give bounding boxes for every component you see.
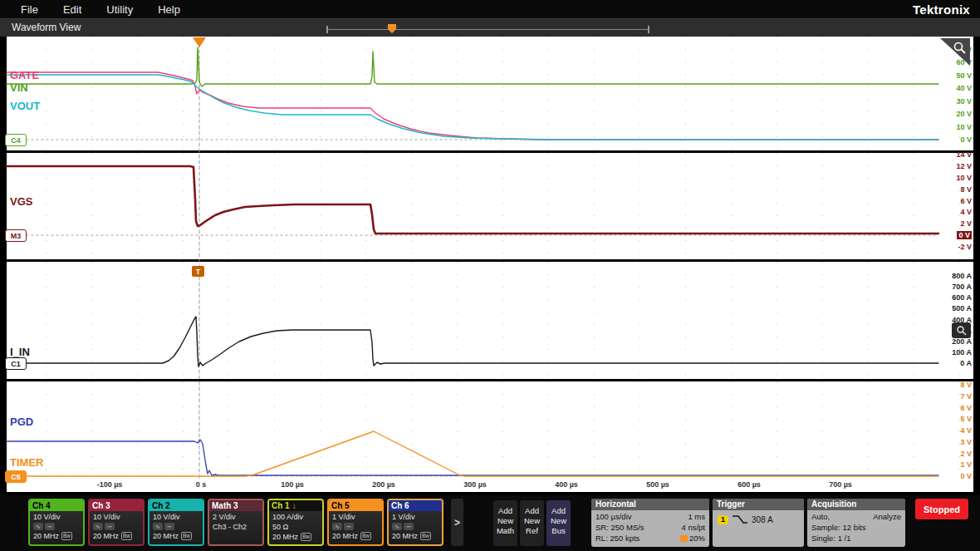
sample-rate: SR: 250 MS/s <box>595 523 644 532</box>
badge-title: Ch 2 <box>152 501 170 510</box>
menu-item-utility[interactable]: Utility <box>94 3 145 16</box>
bandwidth-icon: Bw <box>181 532 192 540</box>
channel-marker-c1[interactable]: C1 <box>5 357 27 370</box>
waveform-view-tab-bar: Waveform View <box>0 18 980 37</box>
channel-marker-c5[interactable]: C5 <box>5 470 27 483</box>
channel-badge-ch1[interactable]: Ch 1↓100 A/div50 Ω20 MHzBw <box>267 499 324 546</box>
bandwidth-value: 20 MHz <box>93 532 119 540</box>
coupling-icon: ∿ <box>153 523 163 530</box>
tektronix-logo: Tektronix <box>913 2 980 17</box>
add-new-bus-button[interactable]: AddNewBus <box>546 500 571 546</box>
termination-icon: ⎓ <box>105 523 115 530</box>
badge-title: Ch 3 <box>92 501 110 510</box>
bandwidth-icon: Bw <box>420 532 431 540</box>
bandwidth-value: 20 MHz <box>153 532 179 540</box>
trigger-position-icon[interactable] <box>193 37 206 47</box>
slice-gate-vin-vout[interactable] <box>7 37 973 150</box>
badge-setting: 50 Ω <box>269 521 322 531</box>
slice-vgs[interactable] <box>7 153 973 259</box>
trigger-panel-title: Trigger <box>713 499 804 510</box>
horizontal-panel-title: Horizontal <box>591 499 709 510</box>
settings-bar: Ch 410 V/div∿⎓20 MHzBwCh 310 V/div∿⎓20 M… <box>0 495 980 551</box>
resolution: 4 ns/pt <box>681 523 705 532</box>
badge-setting: 1 V/div <box>329 511 382 521</box>
bandwidth-value: 20 MHz <box>392 532 418 540</box>
badge-setting: 10 V/div <box>149 511 203 521</box>
menu-item-edit[interactable]: Edit <box>51 3 94 16</box>
bandwidth-icon: Bw <box>301 533 311 541</box>
trigger-flag-icon[interactable]: T <box>192 266 204 277</box>
badge-setting: 10 V/div <box>30 511 83 521</box>
menu-bar: FileEditUtilityHelp Tektronix <box>0 0 980 18</box>
acquisition-panel[interactable]: Acquisition Auto, Analyze Sample: 12 bit… <box>807 499 905 547</box>
badge-title: Ch 4 <box>32 501 51 510</box>
termination-icon: ⎓ <box>164 523 174 530</box>
menu-item-file[interactable]: File <box>8 3 51 16</box>
trigger-position-marker-overview[interactable] <box>388 24 396 33</box>
magnifier-icon <box>956 325 968 337</box>
trigger-level: 308 A <box>752 515 773 524</box>
badge-setting: 1 V/div <box>389 511 442 521</box>
badge-setting: Ch3 - Ch2 <box>209 521 262 531</box>
termination-icon: ⎓ <box>404 523 414 530</box>
trigger-level-indicator[interactable] <box>952 322 971 338</box>
bandwidth-value: 20 MHz <box>332 532 358 540</box>
trigger-source-chip: 1 <box>718 515 728 524</box>
channel-badge-ch4[interactable]: Ch 410 V/div∿⎓20 MHzBw <box>28 499 85 546</box>
slice-divider[interactable] <box>7 150 973 153</box>
acquisition-status-button[interactable]: Stopped <box>915 499 968 519</box>
termination-icon: ⎓ <box>45 523 55 530</box>
bandwidth-icon: Bw <box>61 532 72 540</box>
slice-divider[interactable] <box>7 259 973 262</box>
add-new-math-button[interactable]: AddNewMath <box>493 500 517 546</box>
channel-badge-ch3[interactable]: Ch 310 V/div∿⎓20 MHzBw <box>88 499 145 546</box>
channel-marker-m3[interactable]: M3 <box>5 229 27 242</box>
overview-line <box>328 29 648 30</box>
channel-badge-ch6[interactable]: Ch 61 V/div∿⎓20 MHzBw <box>387 499 443 546</box>
channel-marker-c4[interactable]: C4 <box>5 134 27 146</box>
badge-setting: 2 V/div <box>209 511 262 521</box>
slice-divider[interactable] <box>7 379 973 381</box>
record-length: RL: 250 kpts <box>595 534 639 543</box>
badge-setting: 100 A/div <box>269 511 322 521</box>
horizontal-overview-bar[interactable] <box>326 26 649 33</box>
channel-badge-ch5[interactable]: Ch 51 V/div∿⎓20 MHzBw <box>327 499 384 546</box>
acquisition-analyze: Analyze <box>873 512 901 521</box>
coupling-icon: ∿ <box>33 523 43 530</box>
channel-badges: Ch 410 V/div∿⎓20 MHzBwCh 310 V/div∿⎓20 M… <box>28 499 443 546</box>
trigger-source-arrow-icon: ↓ <box>292 501 296 510</box>
slice-iin[interactable] <box>7 262 973 379</box>
coupling-icon: ∿ <box>332 523 342 530</box>
badge-title: Ch 1 <box>272 501 290 510</box>
bandwidth-icon: Bw <box>121 532 132 540</box>
add-buttons: AddNewMathAddNewRefAddNewBus <box>493 500 571 546</box>
magnifier-icon <box>953 41 968 56</box>
position-icon <box>680 535 688 542</box>
horizontal-duration: 1 ms <box>688 512 705 521</box>
acquisition-sample: Sample: 12 bits <box>811 523 865 532</box>
x-axis-strip <box>7 479 973 492</box>
channel-badge-ch2[interactable]: Ch 210 V/div∿⎓20 MHzBw <box>148 499 204 546</box>
menu-item-help[interactable]: Help <box>145 3 193 16</box>
menu-items: FileEditUtilityHelp <box>0 3 193 16</box>
horizontal-panel[interactable]: Horizontal 100 µs/div 1 ms SR: 250 MS/s … <box>591 499 709 547</box>
trigger-panel[interactable]: Trigger 1 308 A <box>713 499 804 547</box>
acquisition-mode: Auto, <box>811 512 830 521</box>
scroll-badges-button[interactable]: > <box>451 499 463 546</box>
channel-badge-math3[interactable]: Math 32 V/divCh3 - Ch2 <box>208 499 264 546</box>
termination-icon: ⎓ <box>344 523 354 530</box>
add-new-ref-button[interactable]: AddNewRef <box>520 500 544 546</box>
acquisition-single: Single: 1 /1 <box>811 534 851 543</box>
badge-title: Ch 5 <box>331 501 350 510</box>
badge-title: Math 3 <box>212 501 238 510</box>
acquisition-panel-title: Acquisition <box>807 499 905 510</box>
coupling-icon: ∿ <box>93 523 103 530</box>
bandwidth-value: 20 MHz <box>33 532 59 540</box>
badge-title: Ch 6 <box>391 501 409 510</box>
coupling-icon: ∿ <box>392 523 402 530</box>
slice-pgd-timer[interactable] <box>7 381 973 479</box>
bandwidth-icon: Bw <box>360 532 371 540</box>
horizontal-scale: 100 µs/div <box>595 512 632 521</box>
falling-edge-icon <box>732 514 748 524</box>
position-percent: 20% <box>689 534 705 543</box>
